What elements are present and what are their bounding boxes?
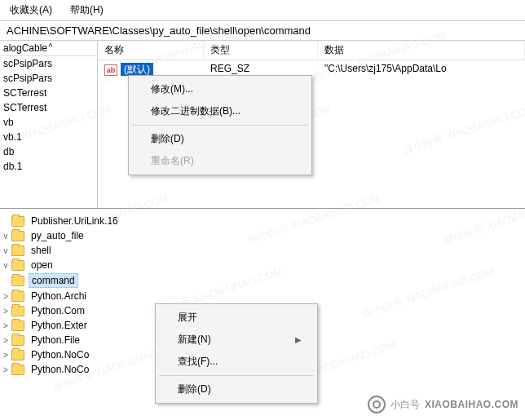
- folder-icon: [11, 321, 24, 331]
- value-context-menu: 修改(M)... 修改二进制数据(B)... 删除(D) 重命名(R): [128, 75, 312, 175]
- menu-favorites[interactable]: 收藏夹(A): [7, 2, 55, 19]
- folder-icon: [11, 245, 24, 256]
- menu-bar: 收藏夹(A) 帮助(H): [0, 0, 525, 21]
- folder-icon: [11, 260, 24, 271]
- tree-item[interactable]: vb.1: [0, 130, 97, 144]
- broadcast-icon: [368, 396, 386, 413]
- folder-icon: [11, 291, 24, 302]
- column-name[interactable]: 名称: [98, 41, 204, 60]
- menu-help[interactable]: 帮助(H): [67, 2, 107, 19]
- key-context-menu: 展开 新建(N)▶ 查找(F)... 删除(D): [155, 303, 318, 404]
- tree-node[interactable]: >Python.Archi: [0, 289, 525, 303]
- menu-expand[interactable]: 展开: [158, 307, 315, 329]
- value-data: "C:\Users\zj175\AppData\Lo: [318, 60, 525, 79]
- watermark-cn: 小白号: [390, 398, 420, 412]
- submenu-arrow-icon: ▶: [295, 335, 302, 344]
- tree-node[interactable]: vshell: [0, 243, 525, 258]
- key-tree-panel: alogCable^ scPsipPars scPsipPars SCTerre…: [0, 41, 98, 208]
- list-header: 名称 类型 数据: [98, 41, 525, 60]
- column-type[interactable]: 类型: [204, 41, 318, 60]
- sort-indicator-icon: ^: [49, 42, 95, 54]
- folder-icon: [11, 365, 24, 375]
- tree-item[interactable]: db: [0, 144, 97, 159]
- menu-modify-binary[interactable]: 修改二进制数据(B)...: [131, 100, 309, 122]
- tree-node[interactable]: Publisher.UriLink.16: [0, 214, 525, 228]
- tree-node[interactable]: vpy_auto_file: [0, 228, 525, 243]
- folder-icon: [11, 350, 24, 360]
- value-name: (默认): [121, 63, 153, 76]
- folder-icon: [11, 231, 24, 241]
- menu-modify[interactable]: 修改(M)...: [131, 78, 309, 100]
- tree-header[interactable]: alogCable^: [0, 41, 97, 56]
- tree-node[interactable]: vopen: [0, 258, 525, 272]
- twisty-icon[interactable]: >: [0, 321, 11, 330]
- menu-delete[interactable]: 删除(D): [158, 378, 315, 400]
- twisty-icon[interactable]: v: [0, 246, 11, 255]
- folder-icon: [11, 276, 24, 286]
- tree-item[interactable]: SCTerrest: [0, 86, 97, 100]
- watermark-en: XIAOBAIHAO.COM: [425, 399, 518, 410]
- menu-new[interactable]: 新建(N)▶: [158, 329, 315, 351]
- address-bar[interactable]: ACHINE\SOFTWARE\Classes\py_auto_file\she…: [0, 21, 525, 41]
- menu-rename[interactable]: 重命名(R): [131, 150, 309, 172]
- menu-find[interactable]: 查找(F)...: [158, 351, 315, 373]
- twisty-icon[interactable]: >: [0, 336, 11, 345]
- watermark-logo: 小白号 XIAOBAIHAO.COM: [368, 396, 518, 413]
- column-data[interactable]: 数据: [318, 41, 525, 60]
- tree-item[interactable]: scPsipPars: [0, 56, 97, 71]
- tree-node-selected[interactable]: command: [0, 272, 525, 289]
- twisty-icon[interactable]: >: [0, 351, 11, 360]
- tree-item[interactable]: SCTerrest: [0, 100, 97, 115]
- tree-item[interactable]: db.1: [0, 159, 97, 174]
- twisty-icon[interactable]: >: [0, 307, 11, 316]
- folder-icon: [11, 306, 24, 316]
- folder-icon: [11, 335, 24, 346]
- twisty-icon[interactable]: >: [0, 292, 11, 301]
- tree-item[interactable]: vb: [0, 115, 97, 130]
- twisty-icon[interactable]: v: [0, 261, 11, 270]
- string-value-icon: ab: [104, 64, 117, 76]
- menu-delete[interactable]: 删除(D): [131, 128, 309, 150]
- twisty-icon[interactable]: >: [0, 365, 11, 374]
- folder-icon: [11, 216, 24, 227]
- tree-item[interactable]: scPsipPars: [0, 71, 97, 86]
- twisty-icon[interactable]: v: [0, 232, 11, 241]
